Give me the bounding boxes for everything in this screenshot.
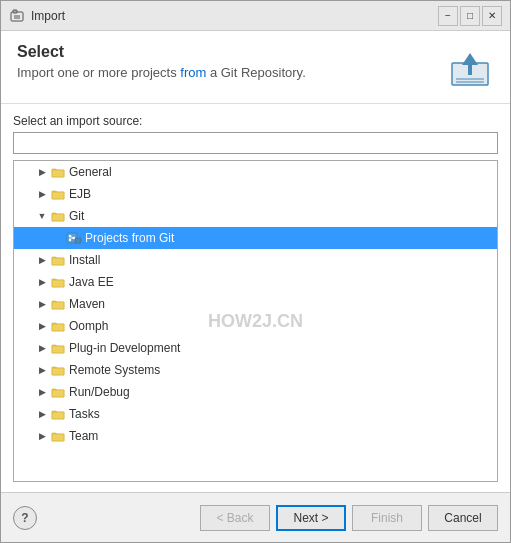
- plugin-dev-label: Plug-in Development: [69, 341, 180, 355]
- general-label: General: [69, 165, 112, 179]
- expand-tasks-icon: ▶: [34, 406, 50, 422]
- expand-projects-icon: [50, 230, 66, 246]
- tree-item-oomph[interactable]: ▶ Oomph: [14, 315, 497, 337]
- expand-oomph-icon: ▶: [34, 318, 50, 334]
- cancel-button[interactable]: Cancel: [428, 505, 498, 531]
- team-label: Team: [69, 429, 98, 443]
- search-input[interactable]: [13, 132, 498, 154]
- tasks-label: Tasks: [69, 407, 100, 421]
- folder-install-icon: [50, 252, 66, 268]
- header-section: Select Import one or more projects from …: [1, 31, 510, 104]
- tree-item-general[interactable]: ▶ General: [14, 161, 497, 183]
- tree-item-ejb[interactable]: ▶ EJB: [14, 183, 497, 205]
- tree-item-git[interactable]: ▼ Git: [14, 205, 497, 227]
- desc-suffix: a Git Repository.: [206, 65, 305, 80]
- git-label: Git: [69, 209, 84, 223]
- close-button[interactable]: ✕: [482, 6, 502, 26]
- folder-run-icon: [50, 384, 66, 400]
- tree-item-team[interactable]: ▶ Team: [14, 425, 497, 447]
- svg-rect-15: [75, 238, 81, 243]
- folder-team-icon: [50, 428, 66, 444]
- expand-git-icon: ▼: [34, 208, 50, 224]
- footer-left: ?: [13, 506, 200, 530]
- window-controls: − □ ✕: [438, 6, 502, 26]
- java-ee-label: Java EE: [69, 275, 114, 289]
- desc-prefix: Import one or more projects: [17, 65, 180, 80]
- folder-git-icon: [50, 208, 66, 224]
- folder-ejb-icon: [50, 186, 66, 202]
- svg-rect-1: [13, 10, 17, 13]
- expand-team-icon: ▶: [34, 428, 50, 444]
- expand-plugin-icon: ▶: [34, 340, 50, 356]
- folder-oomph-icon: [50, 318, 66, 334]
- expand-java-ee-icon: ▶: [34, 274, 50, 290]
- tree-item-java-ee[interactable]: ▶ Java EE: [14, 271, 497, 293]
- window-title: Import: [31, 9, 438, 23]
- dialog-footer: ? < Back Next > Finish Cancel: [1, 492, 510, 542]
- expand-ejb-icon: ▶: [34, 186, 50, 202]
- tree-item-install[interactable]: ▶ Install: [14, 249, 497, 271]
- dialog-description: Import one or more projects from a Git R…: [17, 65, 446, 80]
- dialog-title: Select: [17, 43, 446, 61]
- footer-buttons: < Back Next > Finish Cancel: [200, 505, 498, 531]
- import-window: Import − □ ✕ Select Import one or more p…: [0, 0, 511, 543]
- header-text: Select Import one or more projects from …: [17, 43, 446, 80]
- ejb-label: EJB: [69, 187, 91, 201]
- title-bar: Import − □ ✕: [1, 1, 510, 31]
- next-button[interactable]: Next >: [276, 505, 346, 531]
- folder-general-icon: [50, 164, 66, 180]
- import-tree[interactable]: ▶ General ▶: [13, 160, 498, 482]
- folder-tasks-icon: [50, 406, 66, 422]
- tree-item-remote-systems[interactable]: ▶ Remote Systems: [14, 359, 497, 381]
- expand-maven-icon: ▶: [34, 296, 50, 312]
- desc-link[interactable]: from: [180, 65, 206, 80]
- projects-from-git-icon: [66, 230, 82, 246]
- projects-from-git-label: Projects from Git: [85, 231, 174, 245]
- import-header-icon: [446, 43, 494, 91]
- dialog-content: Select Import one or more projects from …: [1, 31, 510, 542]
- help-button[interactable]: ?: [13, 506, 37, 530]
- expand-general-icon: ▶: [34, 164, 50, 180]
- finish-button[interactable]: Finish: [352, 505, 422, 531]
- svg-point-10: [69, 239, 71, 241]
- run-debug-label: Run/Debug: [69, 385, 130, 399]
- remote-systems-label: Remote Systems: [69, 363, 160, 377]
- folder-java-ee-icon: [50, 274, 66, 290]
- tree-item-run-debug[interactable]: ▶ Run/Debug: [14, 381, 497, 403]
- tree-item-maven[interactable]: ▶ Maven: [14, 293, 497, 315]
- folder-maven-icon: [50, 296, 66, 312]
- svg-point-9: [69, 235, 71, 237]
- tree-item-projects-from-git[interactable]: Projects from Git: [14, 227, 497, 249]
- maven-label: Maven: [69, 297, 105, 311]
- expand-remote-icon: ▶: [34, 362, 50, 378]
- install-label: Install: [69, 253, 100, 267]
- source-label: Select an import source:: [13, 114, 498, 128]
- maximize-button[interactable]: □: [460, 6, 480, 26]
- folder-plugin-icon: [50, 340, 66, 356]
- body-section: Select an import source: ▶ General: [1, 104, 510, 492]
- oomph-label: Oomph: [69, 319, 108, 333]
- back-button[interactable]: < Back: [200, 505, 270, 531]
- expand-run-icon: ▶: [34, 384, 50, 400]
- expand-install-icon: ▶: [34, 252, 50, 268]
- tree-item-tasks[interactable]: ▶ Tasks: [14, 403, 497, 425]
- window-icon: [9, 8, 25, 24]
- folder-remote-icon: [50, 362, 66, 378]
- minimize-button[interactable]: −: [438, 6, 458, 26]
- tree-item-plugin-dev[interactable]: ▶ Plug-in Development: [14, 337, 497, 359]
